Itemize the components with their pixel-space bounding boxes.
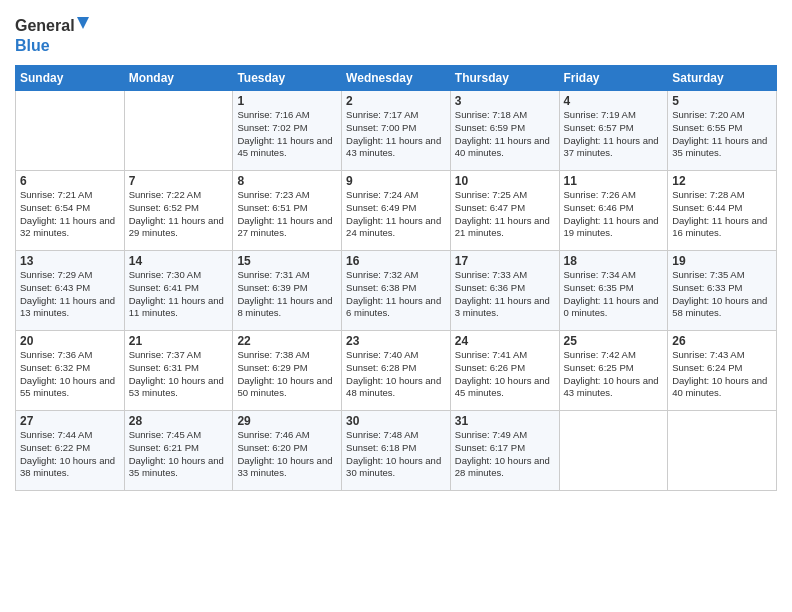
calendar-cell [124, 91, 233, 171]
day-info: Sunrise: 7:44 AM Sunset: 6:22 PM Dayligh… [20, 429, 120, 480]
calendar-week-row: 27Sunrise: 7:44 AM Sunset: 6:22 PM Dayli… [16, 411, 777, 491]
day-number: 31 [455, 414, 555, 428]
day-number: 18 [564, 254, 664, 268]
logo-svg: GeneralBlue [15, 15, 95, 57]
calendar-table: SundayMondayTuesdayWednesdayThursdayFrid… [15, 65, 777, 491]
calendar-cell: 12Sunrise: 7:28 AM Sunset: 6:44 PM Dayli… [668, 171, 777, 251]
day-info: Sunrise: 7:32 AM Sunset: 6:38 PM Dayligh… [346, 269, 446, 320]
calendar-cell: 27Sunrise: 7:44 AM Sunset: 6:22 PM Dayli… [16, 411, 125, 491]
day-number: 8 [237, 174, 337, 188]
day-info: Sunrise: 7:19 AM Sunset: 6:57 PM Dayligh… [564, 109, 664, 160]
day-number: 9 [346, 174, 446, 188]
day-number: 6 [20, 174, 120, 188]
day-number: 25 [564, 334, 664, 348]
day-info: Sunrise: 7:25 AM Sunset: 6:47 PM Dayligh… [455, 189, 555, 240]
day-number: 1 [237, 94, 337, 108]
day-info: Sunrise: 7:48 AM Sunset: 6:18 PM Dayligh… [346, 429, 446, 480]
calendar-cell [668, 411, 777, 491]
day-info: Sunrise: 7:33 AM Sunset: 6:36 PM Dayligh… [455, 269, 555, 320]
day-number: 23 [346, 334, 446, 348]
calendar-cell: 18Sunrise: 7:34 AM Sunset: 6:35 PM Dayli… [559, 251, 668, 331]
day-number: 17 [455, 254, 555, 268]
day-info: Sunrise: 7:45 AM Sunset: 6:21 PM Dayligh… [129, 429, 229, 480]
day-number: 28 [129, 414, 229, 428]
day-number: 22 [237, 334, 337, 348]
day-info: Sunrise: 7:46 AM Sunset: 6:20 PM Dayligh… [237, 429, 337, 480]
day-number: 7 [129, 174, 229, 188]
calendar-week-row: 20Sunrise: 7:36 AM Sunset: 6:32 PM Dayli… [16, 331, 777, 411]
calendar-cell: 25Sunrise: 7:42 AM Sunset: 6:25 PM Dayli… [559, 331, 668, 411]
calendar-cell: 22Sunrise: 7:38 AM Sunset: 6:29 PM Dayli… [233, 331, 342, 411]
calendar-cell: 13Sunrise: 7:29 AM Sunset: 6:43 PM Dayli… [16, 251, 125, 331]
calendar-week-row: 1Sunrise: 7:16 AM Sunset: 7:02 PM Daylig… [16, 91, 777, 171]
calendar-cell: 20Sunrise: 7:36 AM Sunset: 6:32 PM Dayli… [16, 331, 125, 411]
day-number: 12 [672, 174, 772, 188]
calendar-cell: 9Sunrise: 7:24 AM Sunset: 6:49 PM Daylig… [342, 171, 451, 251]
day-number: 3 [455, 94, 555, 108]
day-info: Sunrise: 7:49 AM Sunset: 6:17 PM Dayligh… [455, 429, 555, 480]
day-info: Sunrise: 7:24 AM Sunset: 6:49 PM Dayligh… [346, 189, 446, 240]
calendar-cell: 19Sunrise: 7:35 AM Sunset: 6:33 PM Dayli… [668, 251, 777, 331]
calendar-cell: 6Sunrise: 7:21 AM Sunset: 6:54 PM Daylig… [16, 171, 125, 251]
calendar-cell: 4Sunrise: 7:19 AM Sunset: 6:57 PM Daylig… [559, 91, 668, 171]
day-info: Sunrise: 7:16 AM Sunset: 7:02 PM Dayligh… [237, 109, 337, 160]
day-info: Sunrise: 7:22 AM Sunset: 6:52 PM Dayligh… [129, 189, 229, 240]
calendar-cell: 14Sunrise: 7:30 AM Sunset: 6:41 PM Dayli… [124, 251, 233, 331]
day-info: Sunrise: 7:28 AM Sunset: 6:44 PM Dayligh… [672, 189, 772, 240]
calendar-week-row: 6Sunrise: 7:21 AM Sunset: 6:54 PM Daylig… [16, 171, 777, 251]
day-info: Sunrise: 7:18 AM Sunset: 6:59 PM Dayligh… [455, 109, 555, 160]
calendar-cell: 8Sunrise: 7:23 AM Sunset: 6:51 PM Daylig… [233, 171, 342, 251]
weekday-header-sunday: Sunday [16, 66, 125, 91]
day-info: Sunrise: 7:43 AM Sunset: 6:24 PM Dayligh… [672, 349, 772, 400]
day-number: 13 [20, 254, 120, 268]
calendar-cell: 29Sunrise: 7:46 AM Sunset: 6:20 PM Dayli… [233, 411, 342, 491]
svg-marker-1 [77, 17, 89, 29]
calendar-cell: 31Sunrise: 7:49 AM Sunset: 6:17 PM Dayli… [450, 411, 559, 491]
calendar-cell: 24Sunrise: 7:41 AM Sunset: 6:26 PM Dayli… [450, 331, 559, 411]
day-info: Sunrise: 7:37 AM Sunset: 6:31 PM Dayligh… [129, 349, 229, 400]
day-number: 10 [455, 174, 555, 188]
day-info: Sunrise: 7:17 AM Sunset: 7:00 PM Dayligh… [346, 109, 446, 160]
page-header: GeneralBlue [15, 10, 777, 57]
day-number: 30 [346, 414, 446, 428]
calendar-cell: 5Sunrise: 7:20 AM Sunset: 6:55 PM Daylig… [668, 91, 777, 171]
calendar-cell: 11Sunrise: 7:26 AM Sunset: 6:46 PM Dayli… [559, 171, 668, 251]
weekday-header-friday: Friday [559, 66, 668, 91]
day-info: Sunrise: 7:36 AM Sunset: 6:32 PM Dayligh… [20, 349, 120, 400]
calendar-cell: 17Sunrise: 7:33 AM Sunset: 6:36 PM Dayli… [450, 251, 559, 331]
day-info: Sunrise: 7:20 AM Sunset: 6:55 PM Dayligh… [672, 109, 772, 160]
day-info: Sunrise: 7:23 AM Sunset: 6:51 PM Dayligh… [237, 189, 337, 240]
day-number: 26 [672, 334, 772, 348]
calendar-cell: 23Sunrise: 7:40 AM Sunset: 6:28 PM Dayli… [342, 331, 451, 411]
day-number: 14 [129, 254, 229, 268]
day-info: Sunrise: 7:41 AM Sunset: 6:26 PM Dayligh… [455, 349, 555, 400]
weekday-header-thursday: Thursday [450, 66, 559, 91]
calendar-cell [16, 91, 125, 171]
calendar-cell [559, 411, 668, 491]
weekday-header-saturday: Saturday [668, 66, 777, 91]
day-number: 29 [237, 414, 337, 428]
day-number: 15 [237, 254, 337, 268]
calendar-cell: 26Sunrise: 7:43 AM Sunset: 6:24 PM Dayli… [668, 331, 777, 411]
day-info: Sunrise: 7:35 AM Sunset: 6:33 PM Dayligh… [672, 269, 772, 320]
day-number: 16 [346, 254, 446, 268]
calendar-cell: 7Sunrise: 7:22 AM Sunset: 6:52 PM Daylig… [124, 171, 233, 251]
calendar-cell: 21Sunrise: 7:37 AM Sunset: 6:31 PM Dayli… [124, 331, 233, 411]
calendar-week-row: 13Sunrise: 7:29 AM Sunset: 6:43 PM Dayli… [16, 251, 777, 331]
calendar-cell: 30Sunrise: 7:48 AM Sunset: 6:18 PM Dayli… [342, 411, 451, 491]
day-info: Sunrise: 7:40 AM Sunset: 6:28 PM Dayligh… [346, 349, 446, 400]
day-info: Sunrise: 7:21 AM Sunset: 6:54 PM Dayligh… [20, 189, 120, 240]
day-info: Sunrise: 7:29 AM Sunset: 6:43 PM Dayligh… [20, 269, 120, 320]
day-number: 5 [672, 94, 772, 108]
day-number: 19 [672, 254, 772, 268]
calendar-cell: 3Sunrise: 7:18 AM Sunset: 6:59 PM Daylig… [450, 91, 559, 171]
day-number: 24 [455, 334, 555, 348]
calendar-cell: 16Sunrise: 7:32 AM Sunset: 6:38 PM Dayli… [342, 251, 451, 331]
weekday-header-wednesday: Wednesday [342, 66, 451, 91]
day-info: Sunrise: 7:26 AM Sunset: 6:46 PM Dayligh… [564, 189, 664, 240]
day-number: 20 [20, 334, 120, 348]
day-number: 21 [129, 334, 229, 348]
day-number: 27 [20, 414, 120, 428]
calendar-cell: 15Sunrise: 7:31 AM Sunset: 6:39 PM Dayli… [233, 251, 342, 331]
day-info: Sunrise: 7:31 AM Sunset: 6:39 PM Dayligh… [237, 269, 337, 320]
